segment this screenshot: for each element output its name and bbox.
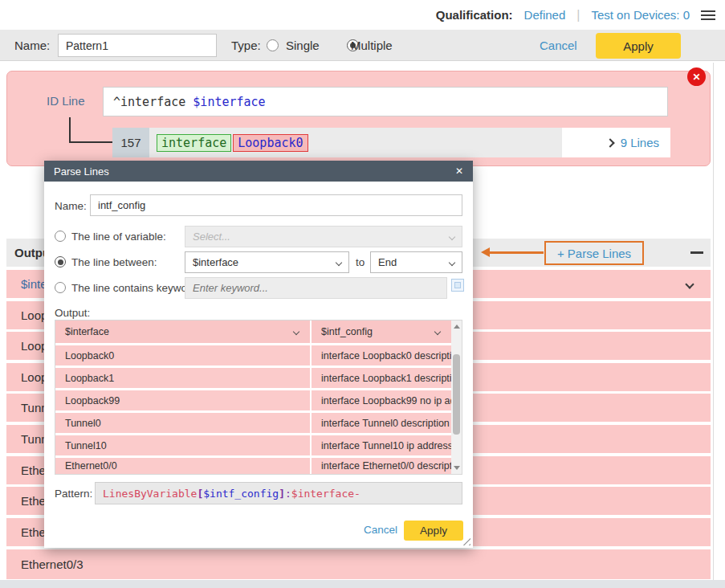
cell-interface: Loopback1	[55, 368, 310, 388]
regex-icon	[451, 279, 464, 292]
line-between-label[interactable]: The line between:	[71, 256, 157, 268]
parse-lines-modal: Parse Lines ✕ Name: The line of variable…	[44, 161, 473, 548]
pattern-input: LinesByVariable [ $intf_config ] : $inte…	[95, 482, 462, 504]
modal-name-label: Name:	[55, 200, 87, 212]
modal-name-input[interactable]	[90, 194, 462, 216]
cell-config: interface Loopback1 description This is …	[312, 368, 451, 388]
keyword-input	[185, 277, 447, 299]
chevron-down-icon	[449, 233, 455, 239]
pattern-variable: $intf_config	[203, 488, 279, 500]
expand-lines-button[interactable]: 9 Lines	[562, 128, 670, 157]
lines-count-label: 9 Lines	[621, 136, 659, 149]
token-keyword[interactable]: interface	[157, 134, 231, 152]
test-on-devices-link[interactable]: Test on Devices: 0	[591, 8, 690, 22]
between-from-select[interactable]: $interface	[185, 251, 349, 273]
column-header-interface[interactable]: $interface	[55, 321, 310, 343]
qualification-label: Qualification:	[436, 8, 513, 22]
output-table: $interface $intf_config Loopback0 interf…	[55, 320, 462, 475]
name-input[interactable]	[58, 34, 217, 57]
radio-single-label[interactable]: Single	[286, 39, 320, 52]
sample-line-row: interface Loopback0	[149, 128, 562, 157]
contains-keyword-label[interactable]: The line contains keyword:	[71, 282, 200, 294]
connector-line	[69, 117, 71, 143]
radio-line-of-variable[interactable]	[55, 231, 66, 242]
column-header-intf-config[interactable]: $intf_config	[312, 321, 451, 343]
radio-single[interactable]	[267, 39, 279, 51]
table-scrollbar[interactable]	[451, 321, 462, 474]
radio-multiple-label[interactable]: Multiple	[351, 39, 393, 52]
cell-interface: Tunnel10	[55, 435, 310, 455]
modal-cancel-button[interactable]: Cancel	[364, 524, 397, 536]
output-label: Output:	[55, 307, 90, 319]
pattern-variable-2: $interface-	[291, 488, 360, 500]
radio-line-between[interactable]	[55, 256, 66, 267]
cell-interface: Tunnel0	[55, 413, 310, 433]
page: Qualification: Defined | Test on Devices…	[0, 0, 725, 588]
id-line-code-variable: $interface	[193, 95, 265, 109]
id-line-code-prefix: ^interface	[113, 95, 193, 109]
id-line-input[interactable]: ^interface $interface	[103, 87, 668, 116]
cell-config: interface Loopback0 description This is …	[312, 345, 451, 365]
pattern-bracket: ]	[279, 488, 285, 500]
to-label: to	[356, 256, 365, 268]
modal-close-icon[interactable]: ✕	[455, 165, 463, 177]
type-label: Type:	[231, 39, 261, 52]
id-line-label: ID Line	[47, 94, 85, 108]
pattern-label: Pattern:	[55, 488, 92, 500]
scroll-down-icon[interactable]	[454, 466, 460, 470]
cell-config: interface Tunnel10 ip address 172.16.253…	[312, 435, 451, 455]
annotation-arrow-head-icon	[481, 247, 490, 257]
cell-config: interface Tunnel0 description TEST-Kunal…	[312, 413, 451, 433]
add-parse-lines-button[interactable]: + Parse Lines	[544, 241, 644, 265]
between-to-select[interactable]: End	[370, 251, 462, 273]
bottom-strip	[0, 580, 725, 588]
right-gutter	[713, 63, 714, 580]
column-label: $interface	[65, 326, 109, 337]
chevron-down-icon	[434, 329, 441, 335]
modal-apply-button[interactable]: Apply	[404, 521, 463, 541]
top-bar: Qualification: Defined | Test on Devices…	[0, 0, 725, 30]
pattern-function: LinesByVariable	[103, 488, 197, 500]
scrollbar-thumb[interactable]	[453, 354, 460, 435]
between-from-value: $interface	[193, 256, 238, 268]
toolbar: Name: Type: Single Multiple Cancel Apply	[0, 30, 725, 61]
line-of-variable-label[interactable]: The line of variable:	[71, 231, 166, 243]
cell-interface: Loopback0	[55, 345, 310, 365]
name-label: Name:	[14, 39, 50, 52]
pattern-colon: :	[285, 488, 291, 500]
minimize-icon[interactable]	[690, 251, 703, 254]
table-header-row: $interface $intf_config	[55, 321, 451, 343]
between-to-value: End	[378, 256, 397, 268]
variable-select: Select...	[185, 226, 462, 247]
table-row[interactable]: Tunnel0 interface Tunnel0 description TE…	[55, 413, 451, 433]
connector-line	[69, 141, 112, 143]
apply-button[interactable]: Apply	[596, 33, 681, 59]
cell-interface: Loopback99	[55, 390, 310, 410]
table-row[interactable]: Loopback1 interface Loopback1 descriptio…	[55, 368, 451, 388]
table-row[interactable]: Loopback0 interface Loopback0 descriptio…	[55, 345, 451, 365]
output-row[interactable]: Ethernet0/3	[6, 549, 711, 579]
cell-config: interface Loopback99 no ip address shutd…	[312, 390, 451, 410]
divider: |	[576, 8, 580, 22]
modal-header[interactable]: Parse Lines ✕	[44, 161, 473, 182]
chevron-down-icon[interactable]	[685, 280, 694, 288]
cell-interface: Ethernet0/0	[55, 458, 310, 474]
token-value[interactable]: Loopback0	[233, 134, 308, 152]
row-label: Ethernet0/3	[21, 557, 83, 571]
chevron-right-icon	[605, 138, 614, 147]
cancel-button[interactable]: Cancel	[540, 39, 577, 52]
chevron-down-icon	[293, 329, 299, 335]
variable-select-placeholder: Select...	[193, 231, 230, 243]
annotation-arrow	[489, 251, 544, 254]
table-row[interactable]: Tunnel10 interface Tunnel10 ip address 1…	[55, 435, 451, 455]
menu-icon[interactable]	[701, 10, 715, 20]
radio-line-contains-keyword[interactable]	[55, 282, 66, 293]
cell-config: interface Ethernet0/0 description to 192…	[312, 458, 451, 474]
close-pattern-icon[interactable]: ✕	[687, 67, 706, 86]
table-row[interactable]: Ethernet0/0 interface Ethernet0/0 descri…	[55, 458, 451, 474]
qualification-value[interactable]: Defined	[524, 8, 566, 22]
table-row[interactable]: Loopback99 interface Loopback99 no ip ad…	[55, 390, 451, 410]
line-number: 157	[112, 128, 149, 157]
chevron-down-icon	[449, 259, 455, 265]
scroll-up-icon[interactable]	[454, 325, 460, 329]
